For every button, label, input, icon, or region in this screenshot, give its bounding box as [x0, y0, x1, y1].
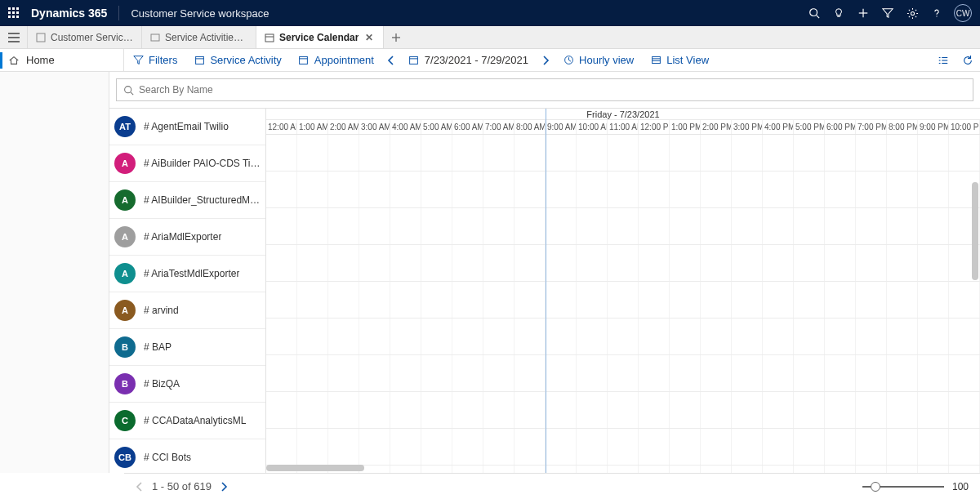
grid-cell[interactable] [763, 282, 794, 318]
grid-cell[interactable] [390, 172, 421, 207]
grid-cell[interactable] [887, 208, 918, 244]
grid-row[interactable] [266, 172, 980, 208]
grid-cell[interactable] [577, 319, 608, 354]
grid-cell[interactable] [701, 282, 732, 318]
grid-cell[interactable] [949, 392, 980, 428]
list-view-button[interactable]: List View [642, 49, 717, 71]
grid-cell[interactable] [266, 392, 297, 428]
grid-cell[interactable] [763, 429, 794, 465]
resource-row[interactable]: A# AiBuilder PAIO-CDS Tip NonProd [109, 145, 265, 182]
grid-cell[interactable] [421, 172, 452, 207]
grid-cell[interactable] [452, 319, 483, 354]
grid-cell[interactable] [918, 172, 949, 207]
grid-cell[interactable] [328, 429, 359, 465]
grid-cell[interactable] [918, 429, 949, 465]
grid-cell[interactable] [390, 355, 421, 391]
date-range-button[interactable]: 7/23/2021 - 7/29/2021 [400, 49, 537, 71]
grid-cell[interactable] [701, 466, 732, 473]
grid-cell[interactable] [577, 172, 608, 207]
grid-cell[interactable] [670, 355, 701, 391]
grid-cell[interactable] [546, 172, 577, 207]
grid-cell[interactable] [297, 172, 328, 207]
grid-cell[interactable] [328, 282, 359, 318]
grid-cell[interactable] [670, 172, 701, 207]
grid-cell[interactable] [359, 282, 390, 318]
grid-cell[interactable] [421, 429, 452, 465]
grid-row[interactable] [266, 392, 980, 429]
grid-cell[interactable] [577, 245, 608, 281]
grid-cell[interactable] [949, 319, 980, 354]
grid-cell[interactable] [949, 135, 980, 171]
grid-cell[interactable] [918, 282, 949, 318]
grid-cell[interactable] [266, 355, 297, 391]
grid-cell[interactable] [546, 429, 577, 465]
grid-cell[interactable] [297, 245, 328, 281]
grid-cell[interactable] [825, 319, 856, 354]
resource-row[interactable]: CB# CCI Bots [109, 439, 265, 473]
grid-cell[interactable] [825, 466, 856, 473]
grid-cell[interactable] [452, 208, 483, 244]
lightbulb-icon[interactable] [826, 0, 851, 26]
grid-cell[interactable] [483, 245, 514, 281]
grid-cell[interactable] [608, 282, 639, 318]
grid-cell[interactable] [701, 208, 732, 244]
search-icon[interactable] [802, 0, 826, 26]
grid-cell[interactable] [266, 429, 297, 465]
grid-cell[interactable] [856, 245, 887, 281]
grid-cell[interactable] [297, 319, 328, 354]
grid-cell[interactable] [390, 429, 421, 465]
resource-row[interactable]: AT# AgentEmail Twilio [109, 109, 265, 145]
grid-cell[interactable] [949, 466, 980, 473]
grid-cell[interactable] [483, 208, 514, 244]
grid-cell[interactable] [452, 135, 483, 171]
resource-row[interactable]: B# BizQA [109, 366, 265, 403]
grid-cell[interactable] [266, 208, 297, 244]
grid-cell[interactable] [794, 429, 825, 465]
grid-cell[interactable] [608, 466, 639, 473]
grid-cell[interactable] [483, 172, 514, 207]
grid-cell[interactable] [421, 245, 452, 281]
resource-row[interactable]: A# arvind [109, 292, 265, 329]
grid-cell[interactable] [266, 319, 297, 354]
grid-cell[interactable] [577, 429, 608, 465]
grid-cell[interactable] [763, 319, 794, 354]
grid-cell[interactable] [887, 319, 918, 354]
vertical-scrollbar[interactable] [972, 182, 978, 280]
grid-row[interactable] [266, 429, 980, 466]
grid-cell[interactable] [608, 429, 639, 465]
grid-cell[interactable] [608, 392, 639, 428]
tab-customer-service[interactable]: Customer Service A... [28, 26, 142, 48]
pager-prev-button[interactable] [136, 482, 144, 492]
grid-cell[interactable] [483, 319, 514, 354]
grid-cell[interactable] [732, 466, 763, 473]
grid-cell[interactable] [390, 245, 421, 281]
grid-cell[interactable] [421, 135, 452, 171]
grid-row[interactable] [266, 208, 980, 245]
grid-row[interactable] [266, 319, 980, 355]
grid-cell[interactable] [670, 208, 701, 244]
grid-cell[interactable] [546, 282, 577, 318]
grid-cell[interactable] [421, 282, 452, 318]
grid-cell[interactable] [608, 355, 639, 391]
legend-button[interactable] [931, 49, 956, 71]
grid-cell[interactable] [794, 245, 825, 281]
grid-cell[interactable] [918, 208, 949, 244]
grid-cell[interactable] [732, 172, 763, 207]
grid-cell[interactable] [359, 172, 390, 207]
prev-range-button[interactable] [382, 56, 400, 65]
grid-cell[interactable] [328, 355, 359, 391]
grid-cell[interactable] [390, 208, 421, 244]
grid-cell[interactable] [670, 392, 701, 428]
grid-cell[interactable] [763, 208, 794, 244]
grid-cell[interactable] [483, 355, 514, 391]
grid-cell[interactable] [421, 392, 452, 428]
grid-cell[interactable] [794, 355, 825, 391]
grid-cell[interactable] [887, 466, 918, 473]
grid-cell[interactable] [794, 172, 825, 207]
tab-service-calendar[interactable]: Service Calendar ✕ [256, 26, 384, 48]
grid-cell[interactable] [421, 208, 452, 244]
grid-cell[interactable] [514, 135, 546, 171]
grid-cell[interactable] [732, 429, 763, 465]
grid-cell[interactable] [390, 135, 421, 171]
grid-cell[interactable] [266, 245, 297, 281]
